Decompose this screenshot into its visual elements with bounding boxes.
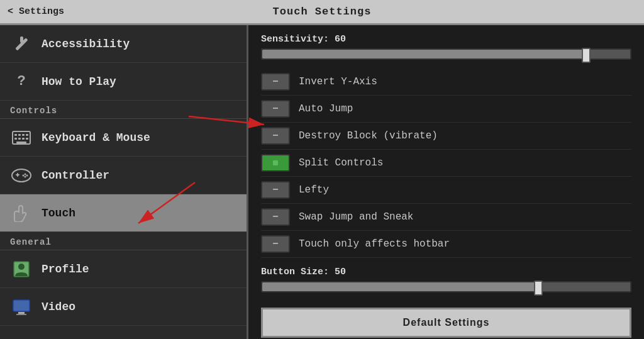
svg-rect-33 [273, 189, 278, 190]
back-button[interactable]: < Settings [8, 6, 64, 17]
monitor-icon [10, 296, 33, 318]
svg-rect-12 [18, 138, 21, 140]
how-to-play-label: How to Play [42, 75, 116, 88]
touch-hotbar-label: Touch only affects hotbar [299, 238, 450, 250]
sidebar-item-touch[interactable]: Touch [0, 194, 247, 232]
svg-rect-10 [26, 134, 28, 136]
controls-section-header: Controls [0, 101, 247, 119]
svg-point-20 [26, 174, 28, 176]
svg-rect-9 [22, 134, 25, 136]
svg-rect-34 [273, 216, 278, 217]
button-size-slider[interactable] [261, 281, 631, 292]
sidebar-item-profile[interactable]: Profile [0, 250, 247, 288]
toggle-row-lefty: Lefty [261, 177, 631, 204]
swap-jump-label: Swap Jump and Sneak [299, 211, 413, 223]
touch-label: Touch [42, 207, 75, 220]
title-bar: < Settings Touch Settings [0, 0, 644, 25]
svg-rect-29 [273, 108, 278, 109]
svg-rect-27 [16, 314, 26, 315]
svg-rect-14 [26, 138, 28, 140]
general-section-header: General [0, 232, 247, 250]
accessibility-label: Accessibility [42, 38, 130, 50]
auto-jump-toggle[interactable] [261, 100, 290, 118]
sensitivity-container: Sensitivity: 60 [261, 34, 631, 60]
button-size-container: Button Size: 50 [261, 267, 631, 292]
destroy-block-label: Destroy Block (vibrate) [299, 130, 438, 142]
default-settings-button[interactable]: Default Settings [261, 308, 631, 338]
gamepad-icon [10, 164, 33, 187]
touch-hotbar-toggle[interactable] [261, 235, 290, 253]
svg-rect-11 [14, 138, 17, 140]
keyboard-icon [10, 126, 33, 149]
svg-point-21 [23, 174, 25, 176]
svg-rect-25 [13, 300, 30, 311]
lefty-toggle[interactable] [261, 181, 290, 199]
svg-rect-32 [273, 160, 278, 165]
content-area: Sensitivity: 60 Invert Y-Axis Auto Jump [248, 25, 644, 339]
sidebar-item-accessibility[interactable]: Accessibility [0, 25, 247, 63]
split-controls-toggle[interactable] [261, 154, 290, 172]
svg-point-22 [25, 175, 26, 177]
toggle-row-swap-jump: Swap Jump and Sneak [261, 204, 631, 231]
svg-rect-28 [273, 81, 278, 82]
toggles-list: Invert Y-Axis Auto Jump Destroy Block (v… [261, 69, 631, 258]
hand-icon [10, 202, 33, 225]
svg-rect-26 [18, 312, 25, 314]
svg-rect-30 [273, 135, 278, 136]
split-controls-label: Split Controls [299, 157, 383, 169]
toggle-row-split-controls: Split Controls [261, 150, 631, 177]
profile-icon [10, 258, 33, 281]
main-layout: Accessibility ? How to Play Controls [0, 25, 644, 339]
svg-rect-5 [20, 36, 23, 43]
controller-label: Controller [42, 169, 109, 182]
svg-rect-13 [22, 138, 25, 140]
sensitivity-label: Sensitivity: 60 [261, 34, 631, 45]
sidebar-item-keyboard-mouse[interactable]: Keyboard & Mouse [0, 119, 247, 157]
sidebar: Accessibility ? How to Play Controls [0, 25, 248, 339]
svg-rect-8 [18, 134, 21, 136]
sidebar-item-controller[interactable]: Controller [0, 157, 247, 194]
svg-point-19 [25, 173, 26, 175]
sensitivity-slider[interactable] [261, 48, 631, 60]
page-title: Touch Settings [273, 6, 372, 18]
svg-rect-7 [14, 134, 17, 136]
button-size-label: Button Size: 50 [261, 267, 631, 277]
invert-y-toggle[interactable] [261, 73, 290, 91]
sidebar-item-how-to-play[interactable]: ? How to Play [0, 63, 247, 101]
svg-rect-18 [17, 173, 18, 177]
toggle-row-auto-jump: Auto Jump [261, 96, 631, 123]
wrench-icon [10, 33, 33, 55]
toggle-row-touch-hotbar: Touch only affects hotbar [261, 231, 631, 258]
back-label: < Settings [8, 6, 64, 17]
destroy-block-toggle[interactable] [261, 127, 290, 145]
lefty-label: Lefty [299, 184, 329, 196]
toggle-row-invert-y: Invert Y-Axis [261, 69, 631, 96]
video-label: Video [42, 301, 75, 313]
keyboard-mouse-label: Keyboard & Mouse [42, 131, 150, 144]
invert-y-label: Invert Y-Axis [299, 76, 377, 87]
swap-jump-toggle[interactable] [261, 208, 290, 226]
profile-label: Profile [42, 263, 89, 275]
toggle-row-destroy-block: Destroy Block (vibrate) [261, 123, 631, 150]
auto-jump-label: Auto Jump [299, 103, 353, 114]
question-icon: ? [10, 70, 33, 93]
svg-rect-15 [16, 142, 26, 143]
svg-rect-35 [273, 243, 278, 244]
svg-point-24 [18, 264, 25, 270]
sidebar-item-video[interactable]: Video [0, 288, 247, 326]
